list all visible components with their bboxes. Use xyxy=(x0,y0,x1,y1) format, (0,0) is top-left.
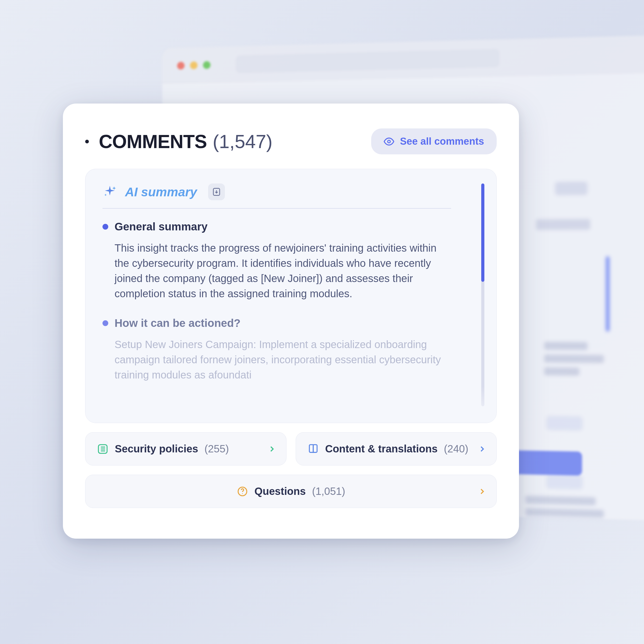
chevron-right-icon xyxy=(268,445,276,453)
section-body: Setup New Joiners Campaign: Implement a … xyxy=(115,337,443,382)
category-label: Security policies xyxy=(115,443,198,455)
section-body: This insight tracks the progress of newj… xyxy=(115,240,443,301)
book-icon xyxy=(307,443,319,455)
ai-summary-box: AI summary General summary This insight … xyxy=(85,169,497,423)
close-window-icon xyxy=(177,62,185,70)
download-summary-button[interactable] xyxy=(208,183,225,200)
category-count: (255) xyxy=(204,443,229,455)
reply-button-bg xyxy=(547,416,582,430)
ai-summary-title: AI summary xyxy=(125,185,197,199)
bullet-icon xyxy=(102,320,108,326)
url-bar xyxy=(236,49,500,73)
panel-header: COMMENTS (1,547) See all comments xyxy=(85,128,497,154)
see-all-comments-button[interactable]: See all comments xyxy=(371,128,497,154)
chevron-right-icon xyxy=(478,445,486,453)
svg-point-7 xyxy=(242,493,243,494)
scrollbar-thumb[interactable] xyxy=(481,183,484,282)
download-icon xyxy=(212,187,221,197)
svg-point-0 xyxy=(388,140,390,143)
security-policies-button[interactable]: Security policies (255) xyxy=(85,432,286,466)
scrollbar-track[interactable] xyxy=(481,183,484,406)
category-label: Content & translations xyxy=(325,443,438,455)
summary-content: General summary This insight tracks the … xyxy=(102,220,451,382)
panel-title: COMMENTS xyxy=(99,131,207,152)
chevron-right-icon xyxy=(478,488,486,495)
divider xyxy=(102,208,451,209)
fade-overlay xyxy=(85,386,496,423)
sparkle-icon xyxy=(102,185,117,199)
content-translations-button[interactable]: Content & translations (240) xyxy=(296,432,497,466)
category-count: (1,051) xyxy=(312,485,345,497)
maximize-window-icon xyxy=(203,61,210,69)
panel-count: (1,547) xyxy=(213,131,272,152)
list-icon xyxy=(97,443,109,455)
see-all-label: See all comments xyxy=(400,136,484,147)
eye-icon xyxy=(384,136,394,147)
bullet-icon xyxy=(85,140,89,143)
reply-button-bg xyxy=(547,475,582,489)
background-scrollbar xyxy=(606,256,609,331)
questions-button[interactable]: Questions (1,051) xyxy=(85,475,497,508)
section-heading: General summary xyxy=(115,220,208,233)
ai-summary-header: AI summary xyxy=(102,183,479,200)
category-count: (240) xyxy=(444,443,468,455)
section-heading: How it can be actioned? xyxy=(115,317,241,329)
minimize-window-icon xyxy=(190,61,198,69)
bullet-icon xyxy=(102,224,108,230)
question-icon xyxy=(237,486,248,497)
traffic-lights xyxy=(177,61,210,69)
comments-panel: COMMENTS (1,547) See all comments AI sum… xyxy=(63,104,519,539)
category-label: Questions xyxy=(255,485,306,497)
